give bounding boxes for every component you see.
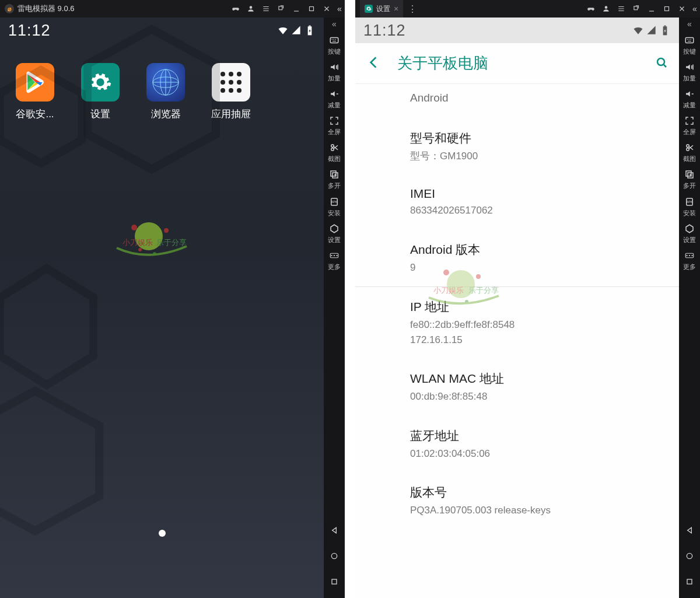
back-button[interactable]	[366, 55, 381, 72]
status-icons	[277, 25, 316, 36]
window-title: 雷电模拟器 9.0.6	[18, 4, 75, 14]
svg-point-50	[686, 255, 687, 256]
google-installer-icon	[16, 63, 54, 102]
side-volume-down[interactable]: 减量	[679, 84, 700, 111]
account-icon[interactable]	[598, 0, 614, 18]
side-fullscreen[interactable]: 全屏	[324, 111, 345, 138]
nav-back-icon[interactable]	[330, 526, 339, 535]
titlebar-right: 设置 × ⋮ «	[355, 0, 700, 18]
side-volume-up[interactable]: 加量	[324, 57, 345, 84]
app-drawer-icon	[212, 63, 250, 102]
app-browser[interactable]: 浏览器	[141, 63, 190, 121]
svg-point-30	[334, 255, 335, 256]
side-multi-instance[interactable]: 多开	[324, 165, 345, 191]
menu-icon[interactable]	[614, 0, 629, 18]
battery-icon	[659, 25, 671, 36]
close-icon[interactable]	[674, 0, 690, 18]
menu-icon[interactable]	[258, 0, 274, 18]
account-icon[interactable]	[243, 0, 258, 18]
item-model[interactable]: 型号和硬件 型号：GM1900	[355, 118, 679, 176]
svg-rect-21	[330, 38, 338, 43]
side-install-apk[interactable]: APK安装	[679, 192, 700, 219]
side-volume-down[interactable]: 减量	[324, 84, 345, 111]
tab-settings[interactable]: 设置 ×	[360, 0, 403, 18]
gamepad-icon[interactable]	[583, 0, 598, 18]
svg-text:APK: APK	[331, 200, 338, 204]
app-label: 应用抽屉	[211, 107, 251, 121]
popout-icon[interactable]	[629, 0, 644, 18]
app-grid: 谷歌安... 设置 浏览器	[0, 43, 324, 121]
app-settings[interactable]: 设置	[76, 63, 125, 121]
svg-point-31	[336, 255, 337, 256]
side-fullscreen[interactable]: 全屏	[679, 111, 700, 138]
svg-rect-40	[664, 26, 666, 27]
nav-recent-icon[interactable]	[330, 577, 339, 586]
popout-icon[interactable]	[274, 0, 289, 18]
svg-point-18	[138, 248, 142, 251]
settings-icon	[81, 63, 120, 102]
app-label: 设置	[90, 107, 110, 121]
app-google-installer[interactable]: 谷歌安...	[10, 63, 60, 121]
svg-text:APK: APK	[687, 200, 693, 204]
emulator-left: ⌀ 雷电模拟器 9.0.6 « 11:12	[0, 0, 345, 598]
item-build-number[interactable]: 版本号 PQ3A.190705.003 release-keys	[355, 473, 679, 530]
item-android-version[interactable]: Android 版本 9	[355, 230, 679, 288]
svg-rect-2	[310, 7, 314, 11]
item-imei[interactable]: IMEI 863342026517062	[355, 175, 679, 230]
nav-recent-icon[interactable]	[685, 577, 694, 586]
item-bluetooth-address[interactable]: 蓝牙地址 01:02:03:04:05:06	[355, 416, 679, 473]
side-screenshot[interactable]: 截图	[324, 138, 345, 165]
svg-rect-35	[332, 579, 337, 584]
close-icon[interactable]	[319, 0, 334, 18]
side-toolbar-right: « 按键 加量 减量 全屏 截图 多开 APK安装 设置 更多	[679, 18, 700, 598]
search-button[interactable]	[654, 55, 668, 72]
tab-settings-icon	[365, 5, 373, 13]
app-label: 谷歌安...	[16, 107, 54, 121]
battery-icon	[304, 25, 316, 36]
svg-point-51	[689, 255, 690, 256]
svg-marker-4	[0, 391, 99, 531]
nav-home-icon[interactable]	[685, 551, 694, 561]
app-drawer[interactable]: 应用抽屉	[206, 63, 256, 121]
tab-close-icon[interactable]: ×	[394, 4, 398, 13]
side-install-apk[interactable]: APK安装	[324, 192, 345, 219]
item-mac-address[interactable]: WLAN MAC 地址 00:db:9e:8f:85:48	[355, 359, 679, 416]
side-more[interactable]: 更多	[324, 246, 345, 272]
status-time: 11:12	[363, 22, 406, 40]
tab-menu-icon[interactable]: ⋮	[403, 4, 422, 15]
settings-screen: 11:12 关于平板电脑 Android 型号和硬件 型号	[355, 18, 679, 598]
side-key-mapping[interactable]: 按键	[324, 30, 345, 57]
collapse-toolbar-icon[interactable]: «	[679, 18, 700, 30]
side-settings[interactable]: 设置	[679, 219, 700, 246]
minimize-icon[interactable]	[289, 0, 304, 18]
settings-list[interactable]: Android 型号和硬件 型号：GM1900 IMEI 86334202651…	[355, 84, 679, 598]
item-device-name[interactable]: Android	[355, 84, 679, 118]
side-settings[interactable]: 设置	[324, 219, 345, 246]
collapse-icon[interactable]: «	[690, 0, 700, 18]
maximize-icon[interactable]	[659, 0, 674, 18]
titlebar-left: ⌀ 雷电模拟器 9.0.6 «	[0, 0, 345, 18]
side-screenshot[interactable]: 截图	[679, 138, 700, 165]
side-multi-instance[interactable]: 多开	[679, 165, 700, 191]
collapse-toolbar-icon[interactable]: «	[324, 18, 345, 30]
svg-marker-3	[0, 268, 93, 385]
side-more[interactable]: 更多	[679, 246, 700, 272]
emulator-right: 设置 × ⋮ « 11:12	[355, 0, 700, 598]
item-ip-address[interactable]: IP 地址 fe80::2db:9eff:fe8f:8548 172.16.1.…	[355, 287, 679, 359]
nav-home-icon[interactable]	[330, 551, 339, 561]
nav-back-icon[interactable]	[685, 526, 694, 535]
collapse-icon[interactable]: «	[334, 0, 345, 18]
status-time: 11:12	[8, 22, 51, 40]
side-volume-up[interactable]: 加量	[679, 57, 700, 84]
svg-point-41	[657, 58, 664, 65]
status-bar: 11:12	[355, 18, 679, 43]
svg-marker-49	[686, 225, 693, 233]
minimize-icon[interactable]	[644, 0, 659, 18]
gamepad-icon[interactable]	[228, 0, 243, 18]
maximize-icon[interactable]	[304, 0, 319, 18]
side-key-mapping[interactable]: 按键	[679, 30, 700, 57]
wifi-icon	[632, 25, 644, 36]
appbar: 关于平板电脑	[355, 43, 679, 84]
svg-rect-8	[309, 26, 310, 27]
svg-text:乐于分享: 乐于分享	[156, 238, 187, 247]
